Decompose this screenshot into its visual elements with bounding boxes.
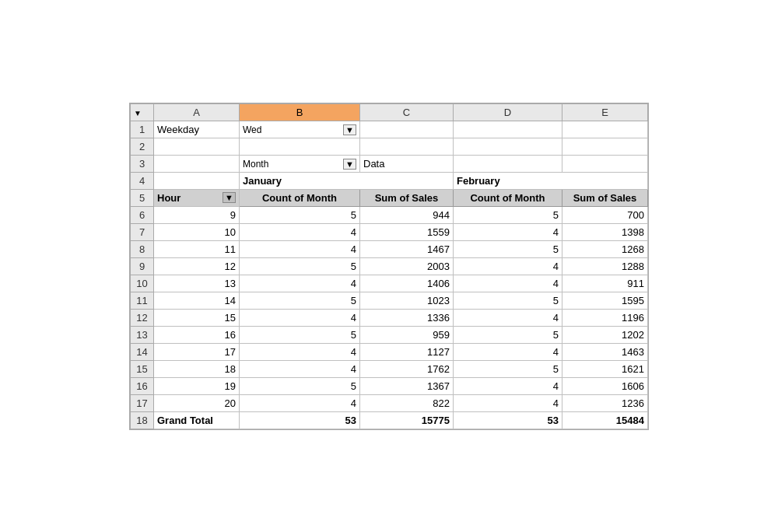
cell-e18: 15484 xyxy=(562,411,648,429)
cell-b13: 5 xyxy=(240,326,360,343)
cell-d11: 5 xyxy=(454,292,562,309)
cell-e3 xyxy=(562,155,648,172)
cell-c11: 1023 xyxy=(360,292,454,309)
cell-c13: 959 xyxy=(360,326,454,343)
col-header-c: C xyxy=(360,103,454,121)
row-num-9: 9 xyxy=(131,257,154,275)
row-num-11: 11 xyxy=(131,292,154,309)
cell-a10: 13 xyxy=(154,275,240,292)
col-header-d: D xyxy=(454,103,562,121)
corner-cell: ▼ xyxy=(131,103,154,121)
cell-e5: Sum of Sales xyxy=(562,189,648,206)
col-header-e: E xyxy=(562,103,648,121)
cell-e11: 1595 xyxy=(562,292,648,309)
cell-b5: Count of Month xyxy=(240,189,360,206)
cell-a8: 11 xyxy=(154,240,240,257)
cell-e9: 1288 xyxy=(562,257,648,275)
cell-d9: 4 xyxy=(454,257,562,275)
cell-b15: 4 xyxy=(240,360,360,377)
row-5: 5 Hour ▼ Count of Month Sum of Sales Cou… xyxy=(131,189,648,206)
row-num-1: 1 xyxy=(131,121,154,138)
cell-d5: Count of Month xyxy=(454,189,562,206)
row-4: 4 January February xyxy=(131,172,648,189)
cell-a17: 20 xyxy=(154,394,240,411)
cell-e6: 700 xyxy=(562,206,648,223)
cell-a3 xyxy=(154,155,240,172)
cell-d17: 4 xyxy=(454,394,562,411)
cell-b6: 5 xyxy=(240,206,360,223)
cell-d8: 5 xyxy=(454,240,562,257)
hour-filter-icon[interactable]: ▼ xyxy=(223,192,236,203)
cell-e17: 1236 xyxy=(562,394,648,411)
cell-c12: 1336 xyxy=(360,309,454,326)
row-7: 7 10 4 1559 4 1398 xyxy=(131,223,648,240)
row-2: 2 xyxy=(131,138,648,155)
cell-a11: 14 xyxy=(154,292,240,309)
cell-e1 xyxy=(562,121,648,138)
col-header-a: A xyxy=(154,103,240,121)
row-10: 10 13 4 1406 4 911 xyxy=(131,275,648,292)
cell-d14: 4 xyxy=(454,343,562,360)
cell-d4-february: February xyxy=(454,172,648,189)
cell-e8: 1268 xyxy=(562,240,648,257)
cell-e10: 911 xyxy=(562,275,648,292)
row-num-3: 3 xyxy=(131,155,154,172)
cell-b18: 53 xyxy=(240,411,360,429)
row-num-12: 12 xyxy=(131,309,154,326)
cell-e2 xyxy=(562,138,648,155)
cell-a2 xyxy=(154,138,240,155)
cell-b11: 5 xyxy=(240,292,360,309)
row-3: 3 Month ▼ Data xyxy=(131,155,648,172)
hour-filter-btn[interactable]: Hour ▼ xyxy=(157,192,236,204)
row-11: 11 14 5 1023 5 1595 xyxy=(131,292,648,309)
cell-d12: 4 xyxy=(454,309,562,326)
row-num-16: 16 xyxy=(131,377,154,394)
row-18: 18 Grand Total 53 15775 53 15484 xyxy=(131,411,648,429)
cell-c17: 822 xyxy=(360,394,454,411)
cell-a15: 18 xyxy=(154,360,240,377)
cell-c16: 1367 xyxy=(360,377,454,394)
spreadsheet: ▼ A B C D E 1 Weekday Wed ▼ xyxy=(129,103,649,430)
cell-a4 xyxy=(154,172,240,189)
cell-d6: 5 xyxy=(454,206,562,223)
row-num-7: 7 xyxy=(131,223,154,240)
cell-d2 xyxy=(454,138,562,155)
cell-d13: 5 xyxy=(454,326,562,343)
cell-c6: 944 xyxy=(360,206,454,223)
col-header-b: B xyxy=(240,103,360,121)
cell-b1[interactable]: Wed ▼ xyxy=(240,121,360,138)
cell-e16: 1606 xyxy=(562,377,648,394)
cell-c3: Data xyxy=(360,155,454,172)
cell-a7: 10 xyxy=(154,223,240,240)
cell-d7: 4 xyxy=(454,223,562,240)
cell-b7: 4 xyxy=(240,223,360,240)
row-16: 16 19 5 1367 4 1606 xyxy=(131,377,648,394)
month-filter-icon[interactable]: ▼ xyxy=(343,159,356,170)
cell-a5-hour[interactable]: Hour ▼ xyxy=(154,189,240,206)
row-num-18: 18 xyxy=(131,411,154,429)
row-1: 1 Weekday Wed ▼ xyxy=(131,121,648,138)
wed-filter-btn[interactable]: Wed ▼ xyxy=(243,124,356,135)
cell-a9: 12 xyxy=(154,257,240,275)
cell-c10: 1406 xyxy=(360,275,454,292)
cell-d3 xyxy=(454,155,562,172)
cell-c1 xyxy=(360,121,454,138)
cell-d15: 5 xyxy=(454,360,562,377)
cell-b9: 5 xyxy=(240,257,360,275)
cell-e7: 1398 xyxy=(562,223,648,240)
cell-b3[interactable]: Month ▼ xyxy=(240,155,360,172)
cell-b17: 4 xyxy=(240,394,360,411)
cell-a16: 19 xyxy=(154,377,240,394)
row-17: 17 20 4 822 4 1236 xyxy=(131,394,648,411)
row-num-14: 14 xyxy=(131,343,154,360)
cell-c7: 1559 xyxy=(360,223,454,240)
cell-b8: 4 xyxy=(240,240,360,257)
row-12: 12 15 4 1336 4 1196 xyxy=(131,309,648,326)
row-num-8: 8 xyxy=(131,240,154,257)
month-filter-btn[interactable]: Month ▼ xyxy=(243,159,356,170)
row-num-2: 2 xyxy=(131,138,154,155)
row-num-6: 6 xyxy=(131,206,154,223)
filter-icon[interactable]: ▼ xyxy=(343,124,356,135)
row-num-4: 4 xyxy=(131,172,154,189)
cell-a6: 9 xyxy=(154,206,240,223)
